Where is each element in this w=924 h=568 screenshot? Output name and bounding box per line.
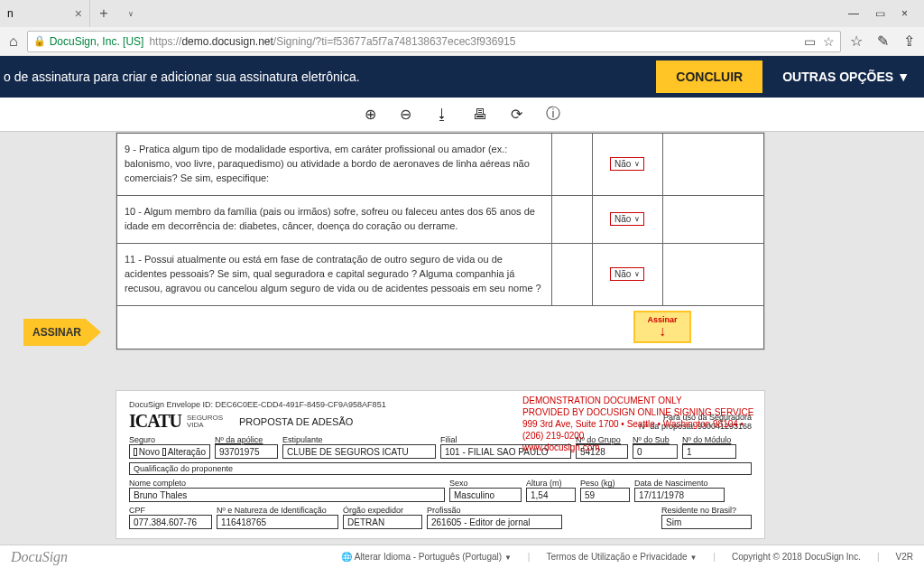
question-9-select[interactable]: Não∨ [610, 157, 644, 171]
icatu-logo: ICATU [129, 411, 181, 432]
concluir-button[interactable]: CONCLUIR [656, 61, 762, 93]
tab-overflow-button[interactable]: ∨ [117, 10, 144, 18]
chevron-down-icon: ∨ [634, 270, 640, 278]
question-11-text: 11 - Possui atualmente ou está em fase d… [117, 243, 552, 305]
copyright-text: Copyright © 2018 DocuSign Inc. [732, 552, 861, 562]
url-host: demo.docusign.net [181, 35, 273, 48]
minimize-icon[interactable]: — [848, 7, 859, 20]
header-message: o de assinatura para criar e adicionar s… [0, 70, 360, 84]
docusign-header: o de assinatura para criar e adicionar s… [0, 56, 924, 98]
favorite-icon[interactable]: ☆ [823, 34, 835, 49]
tab-label: n [7, 7, 14, 20]
maximize-icon[interactable]: ▭ [875, 7, 885, 20]
seguro-field: Novo Alteração [129, 444, 210, 459]
site-identity: DocuSign, Inc. [US] [50, 35, 144, 48]
document-toolbar: ⊕ ⊖ ⭳ 🖶 ⟳ ⓘ [0, 98, 924, 132]
address-bar[interactable]: 🔒 DocuSign, Inc. [US] https://demo.docus… [27, 31, 841, 52]
share-icon[interactable]: ⇪ [903, 33, 915, 50]
altura-field: 1,54 [526, 488, 576, 502]
browser-tab-bar: n × + ∨ — ▭ × [0, 0, 924, 27]
zoom-in-icon[interactable]: ⊕ [365, 106, 376, 123]
home-icon[interactable]: ⌂ [9, 33, 18, 50]
download-icon[interactable]: ⭳ [435, 107, 449, 123]
close-tab-icon[interactable]: × [75, 6, 82, 21]
arrow-down-icon: ↓ [659, 324, 666, 339]
close-window-icon[interactable]: × [901, 7, 908, 20]
window-controls: — ▭ × [848, 7, 924, 20]
zoom-out-icon[interactable]: ⊖ [400, 106, 411, 123]
cpf-field: 077.384.607-76 [129, 515, 212, 529]
page-footer: DocuSign 🌐 Alterar Idioma - Português (P… [0, 545, 924, 568]
natureza-field: 116418765 [217, 515, 338, 529]
residente-field: Sim [661, 515, 752, 529]
profissao-field: 261605 - Editor de jornal [427, 515, 562, 529]
chevron-down-icon: ∨ [634, 160, 640, 168]
version-label: V2R [896, 552, 913, 562]
question-10-select[interactable]: Não∨ [610, 212, 644, 226]
docusign-logo: DocuSign [11, 549, 68, 565]
sexo-field: Masculino [449, 488, 522, 502]
data-nasc-field: 17/11/1978 [634, 488, 725, 502]
demo-watermark: DEMONSTRATION DOCUMENT ONLY PROVIDED BY … [522, 395, 764, 453]
other-options-menu[interactable]: OUTRAS OPÇÕES ▼ [782, 70, 910, 84]
reading-view-icon[interactable]: ▭ [804, 34, 816, 49]
document-page-2: DEMONSTRATION DOCUMENT ONLY PROVIDED BY … [116, 390, 765, 539]
terms-link[interactable]: Termos de Utilização e Privacidade ▼ [546, 552, 697, 562]
question-9-text: 9 - Pratica algum tipo de modalidade esp… [117, 134, 552, 196]
help-icon[interactable]: ⓘ [546, 105, 560, 124]
document-viewer[interactable]: ASSINAR 9 - Pratica algum tipo de modali… [0, 132, 924, 545]
apolice-field: 93701975 [215, 444, 278, 459]
other-options-label: OUTRAS OPÇÕES [782, 70, 893, 84]
nome-field: Bruno Thales [129, 488, 445, 502]
favorites-icon[interactable]: ☆ [850, 33, 863, 50]
language-switcher[interactable]: 🌐 Alterar Idioma - Português (Portugal) … [341, 552, 511, 562]
browser-tab[interactable]: n × [0, 0, 90, 27]
url-scheme: https:// [149, 35, 181, 48]
estipulante-field: CLUBE DE SEGUROS ICATU [282, 444, 436, 459]
url-path: /Signing/?ti=f53677a5f7a748138637ecec3f9… [273, 35, 516, 48]
proposal-title: PROPOSTA DE ADESÃO [239, 416, 353, 427]
question-10-text: 10 - Algum membro da família (pais ou ir… [117, 195, 552, 243]
peso-field: 59 [580, 488, 630, 502]
sign-here-field[interactable]: Assinar ↓ [633, 311, 691, 343]
comment-icon[interactable]: ⟳ [511, 106, 522, 123]
print-icon[interactable]: 🖶 [473, 107, 487, 123]
orgao-field: DETRAN [343, 515, 422, 529]
new-tab-button[interactable]: + [90, 5, 117, 22]
address-bar-row: ⌂ 🔒 DocuSign, Inc. [US] https://demo.doc… [0, 27, 924, 56]
chevron-down-icon: ∨ [634, 215, 640, 223]
document-page-1: 9 - Pratica algum tipo de modalidade esp… [116, 132, 765, 350]
lock-icon: 🔒 [33, 35, 46, 47]
qualificacao-row: Qualificação do proponente [129, 462, 752, 475]
chevron-down-icon: ▼ [897, 70, 910, 84]
notes-icon[interactable]: ✎ [877, 33, 889, 50]
question-11-select[interactable]: Não∨ [610, 267, 644, 281]
sign-here-indicator[interactable]: ASSINAR [23, 319, 101, 346]
